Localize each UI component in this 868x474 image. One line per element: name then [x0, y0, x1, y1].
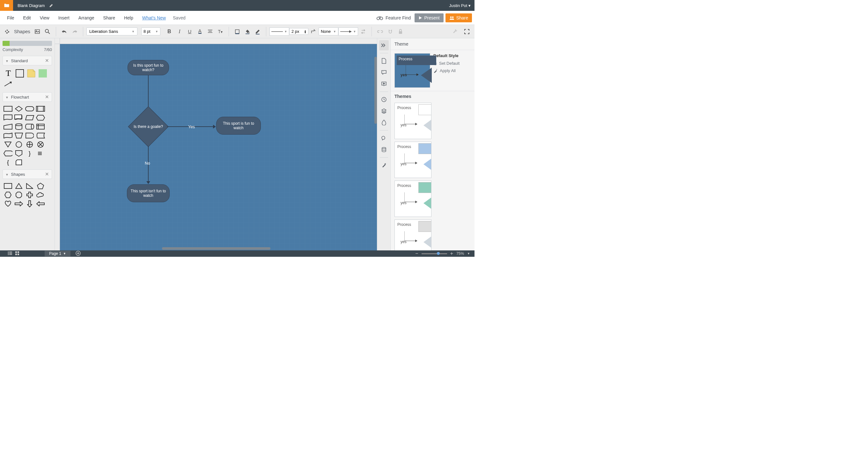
fc-delay[interactable]	[25, 132, 34, 139]
sh-cross[interactable]	[25, 191, 34, 199]
v-scrollbar[interactable]	[374, 57, 377, 124]
fc-card[interactable]	[14, 158, 24, 166]
fc-offpage[interactable]	[14, 150, 24, 157]
menu-file[interactable]: File	[3, 13, 19, 22]
doc-title[interactable]: Blank Diagram	[18, 3, 44, 8]
sh-heart[interactable]	[3, 200, 13, 208]
menu-arrange[interactable]: Arrange	[74, 13, 99, 22]
close-icon[interactable]: ✕	[45, 171, 49, 177]
search-tool-icon[interactable]	[43, 27, 52, 36]
present-button[interactable]: Present	[414, 13, 443, 22]
rail-expand-icon[interactable]	[379, 40, 389, 50]
set-default-button[interactable]: Set Default	[433, 61, 460, 66]
sh-right-triangle[interactable]	[25, 182, 34, 190]
folder-icon[interactable]	[0, 0, 13, 11]
add-page-icon[interactable]	[75, 251, 81, 257]
fullscreen-icon[interactable]	[462, 27, 471, 36]
rail-magic-icon[interactable]	[379, 160, 389, 170]
fc-or[interactable]	[25, 141, 34, 148]
panel-flowchart[interactable]: ▼ Flowchart ✕	[3, 92, 52, 102]
sh-triangle[interactable]	[14, 182, 24, 190]
fc-connector[interactable]	[14, 141, 24, 148]
fc-display[interactable]	[3, 150, 13, 157]
sh-pentagon[interactable]	[36, 182, 45, 190]
note-shape[interactable]	[26, 68, 36, 78]
shapes-settings-icon[interactable]	[3, 27, 11, 36]
fc-decision[interactable]	[14, 105, 24, 113]
rail-chat-icon[interactable]	[379, 133, 389, 143]
fc-merge[interactable]	[3, 141, 13, 148]
rail-comment-icon[interactable]: ''	[379, 67, 389, 78]
fc-brace-left[interactable]: {	[3, 158, 13, 166]
fc-multidoc[interactable]	[14, 114, 24, 121]
rail-data-icon[interactable]	[379, 145, 389, 155]
sh-arrow-left[interactable]	[36, 200, 45, 208]
font-size-select[interactable]: 8 pt▼	[141, 27, 160, 35]
sh-hexagon[interactable]	[3, 191, 13, 199]
arrow-shape[interactable]	[3, 80, 13, 89]
zoom-out-icon[interactable]: −	[415, 251, 418, 257]
fc-database[interactable]	[14, 123, 24, 130]
fc-note-lines[interactable]	[36, 150, 45, 157]
rail-history-icon[interactable]	[379, 94, 389, 105]
user-menu[interactable]: Justin Pot ▾	[449, 3, 471, 8]
lock-icon[interactable]	[396, 27, 405, 36]
node-start[interactable]: Is this sport fun to watch?	[128, 60, 169, 75]
menu-help[interactable]: Help	[120, 13, 138, 22]
fc-brace-right[interactable]: }	[25, 150, 34, 157]
fc-document[interactable]	[3, 114, 13, 121]
line-style-select[interactable]: ▼	[270, 27, 289, 36]
close-icon[interactable]: ✕	[45, 58, 49, 63]
underline-icon[interactable]: U	[185, 27, 194, 36]
menu-view[interactable]: View	[35, 13, 54, 22]
grid-view-icon[interactable]	[15, 251, 19, 256]
italic-icon[interactable]: I	[175, 27, 184, 36]
node-no-result[interactable]: This sport isn't fun to watch	[127, 184, 169, 202]
zoom-value[interactable]: 75%	[456, 251, 464, 256]
feature-find[interactable]: Feature Find	[377, 15, 411, 21]
node-yes-result[interactable]: This sport is fun to watch	[216, 117, 261, 135]
edge-start-decision[interactable]	[148, 75, 149, 109]
sh-arrow-down[interactable]	[25, 200, 34, 208]
fc-process[interactable]	[3, 105, 13, 113]
rail-page-icon[interactable]	[379, 56, 389, 66]
fc-terminator[interactable]	[25, 105, 34, 113]
align-icon[interactable]	[206, 27, 215, 36]
outline-view-icon[interactable]	[8, 251, 12, 256]
link-icon[interactable]	[376, 27, 384, 36]
fc-tape[interactable]	[3, 132, 13, 139]
stroke-width-select[interactable]: 2 px▴▾	[289, 28, 308, 35]
fc-internal-storage[interactable]	[36, 123, 45, 130]
rect-shape[interactable]	[15, 68, 25, 78]
theme-card-1[interactable]: Processyes	[395, 142, 431, 178]
rail-present-icon[interactable]	[379, 79, 389, 89]
text-color-icon[interactable]: A	[195, 27, 205, 36]
fc-summing[interactable]	[36, 141, 45, 148]
fc-data[interactable]	[25, 114, 34, 121]
swap-ends-icon[interactable]	[359, 27, 368, 36]
rail-layers-icon[interactable]	[379, 106, 389, 116]
canvas[interactable]: Is this sport fun to watch? Is there a g…	[60, 44, 377, 250]
magnet-icon[interactable]	[386, 27, 395, 36]
theme-card-0[interactable]: Processyes	[395, 103, 431, 139]
menu-edit[interactable]: Edit	[19, 13, 35, 22]
whats-new-link[interactable]: What's New	[138, 13, 170, 22]
wrench-icon[interactable]	[451, 27, 460, 36]
fill-color-icon[interactable]	[233, 27, 242, 36]
panel-shapes[interactable]: ▼ Shapes ✕	[3, 169, 52, 179]
block-shape[interactable]	[38, 68, 48, 78]
line-start-select[interactable]: None▼	[318, 27, 338, 35]
pencil-icon[interactable]	[49, 3, 54, 8]
bold-icon[interactable]: B	[165, 27, 174, 36]
sh-arrow-right[interactable]	[14, 200, 24, 208]
redo-icon[interactable]	[70, 27, 79, 36]
menu-share[interactable]: Share	[99, 13, 120, 22]
text-shape[interactable]: T	[3, 68, 13, 78]
theme-card-2[interactable]: Processyes	[395, 181, 431, 217]
h-scrollbar[interactable]	[162, 247, 271, 250]
line-route-icon[interactable]	[309, 27, 318, 36]
fc-manual-input[interactable]	[3, 123, 13, 130]
canvas-area[interactable]: Is this sport fun to watch? Is there a g…	[55, 38, 377, 250]
sh-rect[interactable]	[3, 182, 13, 190]
fc-manual-op[interactable]	[14, 132, 24, 139]
